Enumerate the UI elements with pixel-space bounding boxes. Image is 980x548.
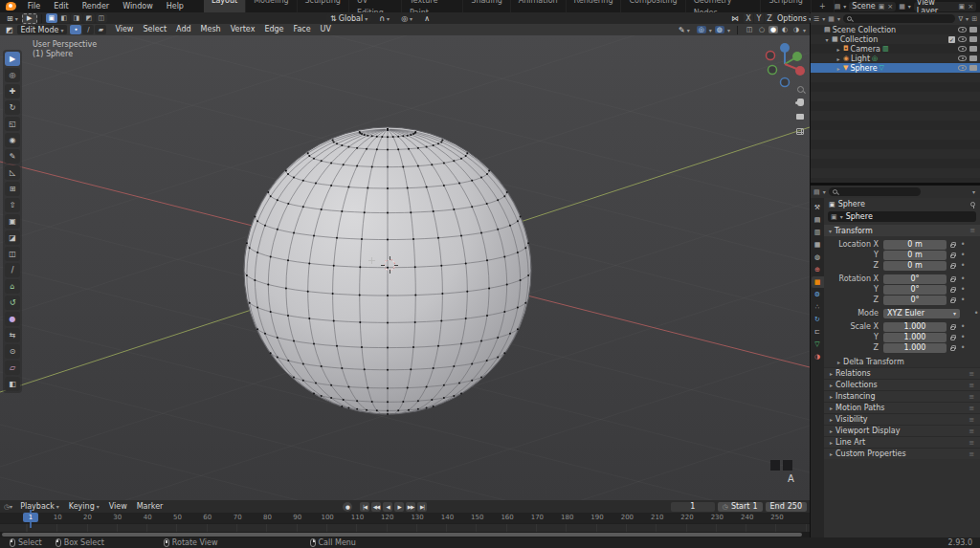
properties-editor-icon[interactable]: ▤ [813, 188, 820, 196]
properties-tab[interactable]: ◑ [812, 351, 824, 362]
tool-button[interactable]: ● [5, 312, 20, 326]
properties-tab[interactable]: ▥ [812, 227, 824, 238]
value-field[interactable]: 0 m [883, 261, 947, 271]
properties-tab[interactable]: ▤ [812, 214, 824, 226]
viewport-menu-item[interactable]: Edge [259, 24, 288, 35]
animate-dot-icon[interactable]: • [959, 261, 967, 270]
animate-dot-icon[interactable]: • [959, 274, 967, 283]
value-field[interactable]: 1.000 [883, 333, 947, 342]
hide-eye-icon[interactable] [958, 65, 967, 71]
disable-render-icon[interactable] [969, 36, 977, 42]
tool-button[interactable]: ◧ [5, 377, 20, 391]
properties-tab[interactable]: ▽ [812, 339, 824, 350]
lock-icon[interactable] [947, 263, 959, 269]
outliner-display-mode-icon[interactable]: ☰ [813, 15, 819, 23]
auto-keying-record-icon[interactable]: ● [343, 502, 352, 512]
playback-button[interactable]: ◀ [383, 502, 392, 512]
viewport-menu-item[interactable]: View [110, 24, 138, 35]
topbar-menu-item[interactable]: Render [76, 0, 116, 12]
perspective-toggle-icon[interactable] [793, 125, 807, 137]
tool-button[interactable]: ◉ [5, 133, 20, 147]
lock-icon[interactable] [947, 297, 959, 303]
topbar-menu-item[interactable]: Window [116, 0, 160, 12]
tool-button[interactable]: ⇧ [5, 198, 20, 212]
mirror-axis-toggle[interactable]: X [744, 13, 753, 23]
topbar-menu-item[interactable]: File [21, 0, 47, 12]
tool-button[interactable]: ⇆ [5, 328, 20, 342]
proportional-editing-button[interactable]: ◎▾ [397, 13, 416, 23]
timeline-menu-item[interactable]: Keying▾ [64, 502, 104, 511]
pan-hand-icon[interactable] [793, 97, 807, 108]
lock-icon[interactable] [947, 345, 959, 351]
animate-dot-icon[interactable]: • [959, 322, 967, 331]
active-tool-box-select[interactable]: ▶ [22, 13, 37, 24]
tool-button[interactable]: ▱ [5, 361, 20, 375]
transform-orientation-dropdown[interactable]: ⇅ Global ▾ [326, 13, 371, 23]
options-dropdown[interactable]: Options▾ [773, 13, 815, 23]
animate-dot-icon[interactable]: • [959, 343, 967, 352]
view-layer-selector[interactable]: View Layer ▣ × [914, 2, 976, 11]
animate-dot-icon[interactable]: • [959, 251, 967, 259]
scene-selector[interactable]: Scene ▣ × [849, 2, 896, 11]
navigation-gizmo[interactable] [761, 39, 809, 89]
rendered-shading-icon[interactable]: ◑ [791, 26, 801, 33]
delta-transform-row[interactable]: ▸ Delta Transform [824, 356, 980, 367]
select-mode-subtract-icon[interactable]: ◨ [71, 13, 82, 23]
tool-button[interactable]: ⌂ [5, 279, 20, 294]
tool-button[interactable]: ↺ [5, 296, 20, 310]
timeline-menu-item[interactable]: Marker▾ [132, 502, 168, 511]
start-frame-field[interactable]: ◷ Start 1 [718, 502, 763, 512]
properties-panel-row[interactable]: ▸ Line Art ≡ [824, 436, 980, 448]
edge-select-icon[interactable]: ∕ [82, 25, 94, 34]
hide-eye-icon[interactable] [958, 27, 967, 33]
tool-button[interactable]: / [5, 263, 20, 277]
timeline-menu-item[interactable]: View▾ [104, 502, 132, 511]
properties-tab[interactable]: ⊏ [812, 326, 824, 338]
properties-panel-row[interactable]: ▸ Instancing ≡ [824, 390, 980, 402]
hide-eye-icon[interactable] [958, 36, 967, 42]
properties-tab[interactable]: ↻ [812, 314, 824, 325]
viewport-menu-item[interactable]: Select [138, 24, 171, 35]
lock-icon[interactable] [947, 276, 959, 282]
playback-button[interactable]: ▶| [417, 502, 427, 512]
properties-tab[interactable]: ⊕ [812, 264, 824, 275]
outliner-search-input[interactable] [843, 14, 955, 23]
viewport-menu-item[interactable]: Vertex [226, 24, 260, 35]
viewport-menu-item[interactable]: Add [171, 24, 196, 35]
view-layer-icon[interactable]: ▦ [899, 3, 905, 11]
tool-button[interactable]: ◺ [5, 165, 20, 180]
animate-dot-icon[interactable]: • [959, 333, 967, 341]
end-frame-field[interactable]: End 250 [766, 502, 807, 512]
object-name-field[interactable]: ▣▾ Sphere [828, 211, 976, 222]
close-icon[interactable]: × [887, 3, 893, 11]
snapping-magnet-button[interactable]: ∩▾ [375, 13, 393, 23]
tool-button[interactable]: ✚ [5, 84, 20, 99]
properties-panel-row[interactable]: ▸ Relations ≡ [824, 367, 980, 379]
lock-icon[interactable] [947, 324, 959, 330]
expand-caret-icon[interactable]: ▸ [835, 46, 841, 53]
select-mode-extend-icon[interactable]: ◧ [58, 13, 70, 23]
expand-caret-icon[interactable]: ▸ [835, 65, 841, 72]
material-shading-icon[interactable]: ◐ [780, 26, 790, 33]
topbar-menu-item[interactable]: Help [160, 0, 190, 12]
playhead[interactable]: 1 [23, 513, 38, 522]
properties-tab[interactable]: ⚙ [812, 289, 824, 300]
properties-tab[interactable]: ■ [812, 276, 824, 288]
overlays-toggle-icon[interactable]: ◍ [715, 26, 724, 33]
mode-dropdown[interactable]: Edit Mode▾ [17, 25, 68, 34]
new-view-layer-icon[interactable]: ▣ [959, 3, 966, 11]
outliner-row[interactable]: ▸ ▼ Sphere ▽ ✓ [811, 63, 980, 73]
solid-shading-icon[interactable]: ● [768, 26, 778, 33]
mirror-axis-toggle[interactable]: Y [754, 13, 764, 23]
select-mode-set-icon[interactable]: ▣ [46, 13, 57, 23]
timeline-menu-item[interactable]: Playback▾ [15, 502, 64, 511]
properties-tab[interactable]: ∴ [812, 301, 824, 313]
vertex-select-icon[interactable]: ∙ [70, 25, 81, 34]
expand-caret-icon[interactable]: ▸ [835, 55, 841, 62]
face-select-icon[interactable]: ▰ [95, 25, 106, 34]
tool-button[interactable]: ⊞ [5, 182, 20, 196]
filter-funnel-icon[interactable]: ∇ [958, 15, 963, 23]
timeline-ruler[interactable]: 1 10203040506070809010011012013014015016… [0, 513, 810, 523]
outliner-row[interactable]: ▾ ▦ Collection ✓ [811, 34, 980, 44]
properties-panel-row[interactable]: ▸ Viewport Display ≡ [824, 425, 980, 436]
